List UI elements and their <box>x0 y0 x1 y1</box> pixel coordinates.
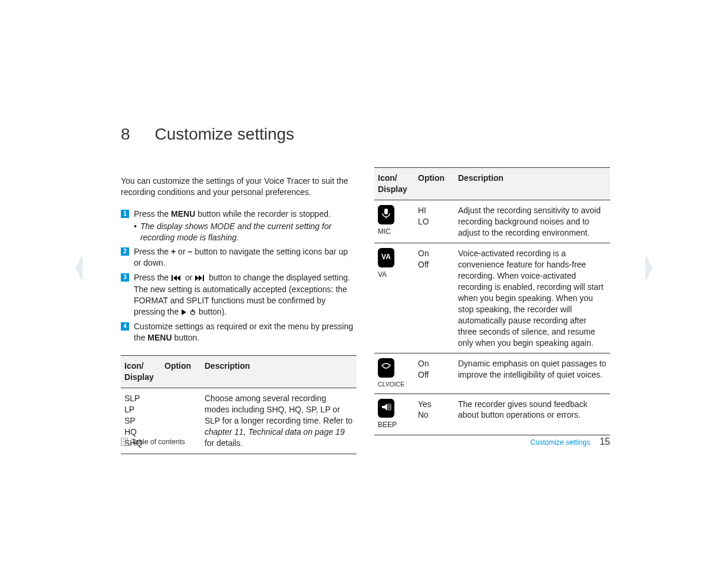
step-2: 2 Press the + or – button to navigate th… <box>121 246 357 269</box>
settings-table-right: Icon/ Display Option Description MIC <box>374 167 610 435</box>
option-cell: HILO <box>414 200 454 243</box>
va-icon: VA <box>378 248 394 267</box>
clvoice-icon <box>378 358 394 378</box>
chapter-heading: 8 Customize settings <box>121 125 610 144</box>
table-row: CLVOICE OnOff Dynamic emphasis on quiet … <box>374 353 610 394</box>
option-cell: YesNo <box>414 394 454 435</box>
th-option: Option <box>161 356 201 388</box>
table-row: VA VA OnOff Voice-activated recording is… <box>374 243 610 353</box>
beep-icon <box>378 399 394 418</box>
chapter-number: 8 <box>121 125 130 144</box>
step-sub: The display shows MODE and the current s… <box>134 221 357 243</box>
th-option: Option <box>414 168 454 200</box>
toc-icon <box>121 438 128 446</box>
step-1: 1 Press the MENU button while the record… <box>121 209 357 243</box>
step-number: 1 <box>121 210 129 218</box>
mic-icon <box>378 205 394 224</box>
toc-link[interactable]: Table of contents <box>121 438 185 446</box>
step-number: 4 <box>121 322 129 330</box>
th-icon: Icon/ Display <box>121 356 161 388</box>
rewind-icon <box>172 273 182 284</box>
prev-page-arrow[interactable] <box>71 250 87 286</box>
power-icon <box>190 307 196 318</box>
next-page-arrow[interactable] <box>641 250 657 286</box>
left-column: You can customize the settings of your V… <box>121 167 357 454</box>
th-description: Description <box>201 356 357 388</box>
play-icon <box>182 307 186 318</box>
table-row: BEEP YesNo The recorder gives sound feed… <box>374 394 610 435</box>
desc-cell: Voice-activated recording is a convenien… <box>454 243 610 353</box>
desc-cell: The recorder gives sound feedback about … <box>454 394 610 435</box>
chapter-title: Customize settings <box>155 125 295 144</box>
forward-icon <box>195 273 206 284</box>
toc-label: Table of contents <box>131 438 185 446</box>
table-row: MIC HILO Adjust the recording sensitivit… <box>374 200 610 243</box>
svg-rect-4 <box>384 209 388 214</box>
svg-rect-1 <box>203 275 204 281</box>
th-icon: Icon/ Display <box>374 168 414 200</box>
intro-text: You can customize the settings of your V… <box>121 176 357 198</box>
desc-cell: Adjust the recording sensitivity to avoi… <box>454 200 610 243</box>
manual-page: 8 Customize settings You can customize t… <box>0 0 728 562</box>
steps-list: 1 Press the MENU button while the record… <box>121 209 357 343</box>
page-footer: Table of contents Customize settings 15 <box>121 437 610 447</box>
option-cell: OnOff <box>414 353 454 394</box>
right-column: Icon/ Display Option Description MIC <box>374 167 610 454</box>
step-4: 4 Customize settings as required or exit… <box>121 321 357 343</box>
option-cell: OnOff <box>414 243 454 353</box>
svg-rect-0 <box>172 275 173 281</box>
step-3: 3 Press the or button to change the disp… <box>121 272 357 318</box>
desc-cell: Dynamic emphasis on quiet passages to im… <box>454 353 610 394</box>
th-description: Description <box>454 168 610 200</box>
step-number: 2 <box>121 247 129 256</box>
page-number: 15 <box>599 437 610 447</box>
footer-section-link[interactable]: Customize settings <box>531 438 590 447</box>
svg-text:VA: VA <box>381 253 391 261</box>
step-number: 3 <box>121 273 129 282</box>
